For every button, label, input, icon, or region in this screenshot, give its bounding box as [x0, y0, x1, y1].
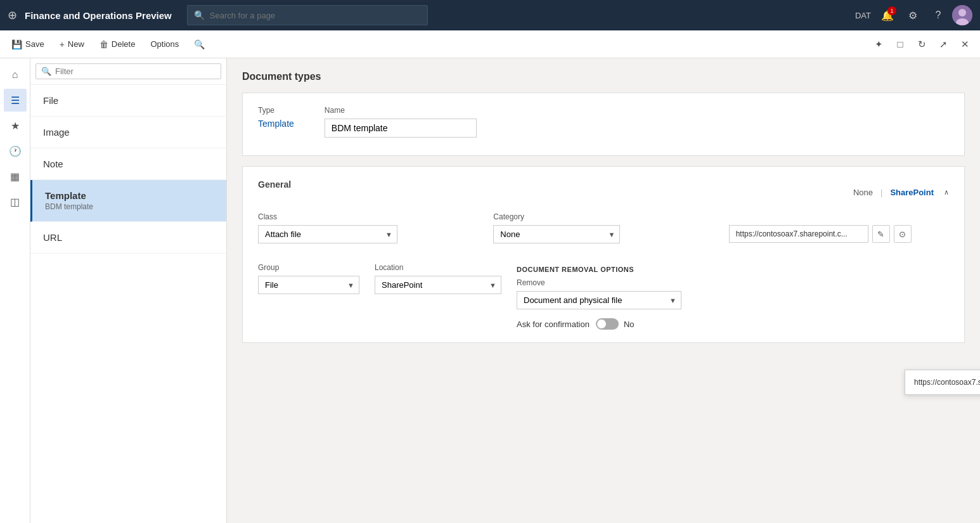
general-form: General None | SharePoint ∧ https://cont… — [242, 166, 965, 343]
settings-button[interactable]: ⚙ — [901, 4, 924, 27]
options-button[interactable]: Options — [144, 36, 185, 52]
category-field-group: Category None Document Image ▼ — [493, 212, 713, 253]
category-select[interactable]: None Document Image — [493, 225, 620, 243]
category-select-wrap: None Document Image ▼ — [493, 225, 620, 243]
remove-select-wrap: Document and physical file Document only… — [517, 291, 681, 309]
search-toolbar-button[interactable]: 🔍 — [188, 36, 211, 53]
sharepoint-url-input[interactable] — [729, 225, 868, 243]
grid-icon[interactable]: ⊕ — [8, 8, 17, 22]
sharepoint-tooltip: https://contosoax7.sharepoint.com/Shared… — [905, 370, 980, 395]
close-button[interactable]: ✕ — [955, 34, 975, 55]
location-select[interactable]: SharePoint Azure Storage Database — [375, 276, 501, 294]
search-input[interactable] — [210, 11, 421, 20]
save-button[interactable]: 💾 Save — [5, 36, 51, 53]
type-link[interactable]: Template — [258, 119, 294, 129]
edit-sharepoint-button[interactable]: ✎ — [872, 225, 890, 243]
remove-select[interactable]: Document and physical file Document only… — [517, 291, 681, 309]
collapse-icon[interactable]: ∧ — [944, 188, 949, 197]
content-area: Document types Type Template Name Genera… — [227, 58, 980, 523]
toggle-value: No — [624, 320, 635, 329]
list-item-template[interactable]: Template BDM template — [30, 180, 226, 222]
sharepoint-url-group: ✎ ⊙ — [729, 212, 949, 253]
list-items: File Image Note Template BDM template UR… — [30, 85, 226, 523]
filter-area: 🔍 — [30, 58, 226, 85]
location-tab-sharepoint[interactable]: SharePoint — [890, 188, 934, 197]
left-sidebar: ⌂ ☰ ★ 🕐 ▦ ◫ — [0, 58, 30, 523]
filter-icon: 🔍 — [41, 67, 51, 76]
refresh-button[interactable]: ↻ — [912, 34, 932, 55]
search-toolbar-icon: 🔍 — [194, 39, 205, 49]
env-label: DAT — [855, 11, 871, 20]
confirmation-row: Ask for confirmation No — [517, 318, 681, 330]
name-field: Name — [325, 106, 477, 138]
section-title: Document types — [242, 71, 965, 82]
list-item-url[interactable]: URL — [30, 222, 226, 254]
delete-icon: 🗑 — [100, 39, 108, 49]
app-title: Finance and Operations Preview — [25, 10, 172, 21]
location-field-group: Location SharePoint Azure Storage Databa… — [375, 263, 501, 294]
group-select[interactable]: File Image Note URL — [258, 276, 359, 294]
save-icon: 💾 — [11, 39, 22, 49]
list-item-image[interactable]: Image — [30, 117, 226, 148]
group-field-group: Group File Image Note URL ▼ — [258, 263, 359, 294]
sidebar-grid[interactable]: ◫ — [4, 190, 27, 213]
personalize-button[interactable]: ✦ — [868, 34, 889, 55]
filter-input[interactable] — [55, 67, 216, 76]
notifications-button[interactable]: 🔔 1 — [876, 4, 899, 27]
user-avatar[interactable] — [952, 5, 972, 25]
class-field-group: Class Attach file Note URL ▼ — [258, 212, 478, 253]
search-icon: 🔍 — [194, 10, 205, 20]
toggle-knob — [597, 320, 606, 328]
location-tabs: None | SharePoint ∧ — [853, 188, 949, 197]
delete-button[interactable]: 🗑 Delete — [93, 36, 142, 53]
svg-point-1 — [958, 9, 966, 16]
sidebar-star[interactable]: ★ — [4, 114, 27, 137]
type-name-form: Type Template Name — [242, 93, 965, 156]
notification-badge: 1 — [887, 6, 896, 15]
sidebar-list[interactable]: ☰ — [4, 89, 27, 112]
list-item-file[interactable]: File — [30, 85, 226, 117]
general-content: https://contosoax7.sharepoint.com/Shared… — [258, 212, 949, 330]
list-item-note[interactable]: Note — [30, 148, 226, 180]
doc-removal-section: DOCUMENT REMOVAL OPTIONS Remove Document… — [517, 266, 681, 330]
confirmation-toggle[interactable] — [596, 318, 619, 330]
office-button[interactable]: □ — [890, 34, 910, 55]
location-select-wrap: SharePoint Azure Storage Database ▼ — [375, 276, 501, 294]
help-button[interactable]: ? — [927, 4, 950, 27]
remove-field-group: Remove Document and physical file Docume… — [517, 278, 681, 309]
type-field: Type Template — [258, 106, 294, 129]
list-panel: 🔍 File Image Note Template BDM template … — [30, 58, 227, 523]
class-select-wrap: Attach file Note URL ▼ — [258, 225, 397, 243]
more-sharepoint-button[interactable]: ⊙ — [894, 225, 912, 243]
group-select-wrap: File Image Note URL ▼ — [258, 276, 359, 294]
sidebar-clock[interactable]: 🕐 — [4, 139, 27, 162]
expand-button[interactable]: ➚ — [933, 34, 953, 55]
location-tab-none[interactable]: None — [853, 188, 873, 197]
search-bar[interactable]: 🔍 — [187, 5, 428, 25]
sidebar-table[interactable]: ▦ — [4, 165, 27, 188]
sidebar-home[interactable]: ⌂ — [4, 63, 27, 86]
toolbar: 💾 Save + New 🗑 Delete Options 🔍 ✦ □ ↻ ➚ … — [0, 30, 980, 58]
new-button[interactable]: + New — [53, 36, 91, 53]
fields-grid: Class Attach file Note URL ▼ Category — [258, 212, 949, 253]
name-input[interactable] — [325, 119, 477, 138]
new-icon: + — [60, 39, 65, 49]
class-select[interactable]: Attach file Note URL — [258, 225, 397, 243]
